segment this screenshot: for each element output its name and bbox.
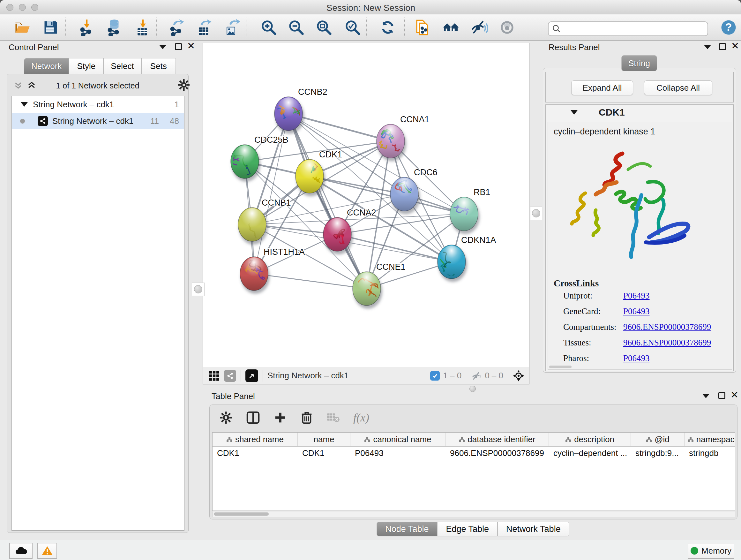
table-cell[interactable]: stringdb:9... <box>631 447 684 460</box>
table-cell[interactable]: CDK1 <box>298 447 350 460</box>
table-settings-gear-icon[interactable] <box>219 411 232 424</box>
tab-node-table[interactable]: Node Table <box>377 522 437 537</box>
network-edge-CCNB2-CCNE1[interactable] <box>288 114 367 289</box>
table-cell[interactable]: stringdb <box>684 447 735 460</box>
column-header-namespace[interactable]: namespace <box>684 433 735 446</box>
column-header-name[interactable]: name <box>298 433 350 446</box>
tab-sets[interactable]: Sets <box>141 58 176 74</box>
node-section-header[interactable]: CDK1 <box>546 105 733 120</box>
zoom-selected-icon[interactable] <box>344 18 361 37</box>
table-hscrollbar-thumb[interactable] <box>214 512 269 516</box>
panel-close-icon[interactable]: ✕ <box>731 43 739 50</box>
network-canvas[interactable]: CCNB2CCNA1CDC25BCDK1CDC6RB1CCNB1CCNA2CDK… <box>203 43 529 367</box>
zoom-fit-icon[interactable] <box>315 18 333 37</box>
hide-selected-eye-icon[interactable] <box>470 18 488 37</box>
network-node-HIST1H1A[interactable]: HIST1H1A <box>240 247 305 294</box>
cloud-status-button[interactable] <box>9 543 32 559</box>
table-hscrollbar[interactable] <box>212 511 735 517</box>
duplicate-network-icon[interactable] <box>414 18 431 37</box>
delete-column-trash-icon[interactable] <box>300 411 313 424</box>
network-node-CCNE1[interactable]: CCNE1 <box>353 262 406 309</box>
zoom-out-icon[interactable] <box>287 18 305 37</box>
search-input[interactable] <box>561 24 704 34</box>
export-image-icon[interactable] <box>223 18 241 37</box>
results-scrollbar-thumb[interactable] <box>549 366 571 368</box>
open-in-window-icon[interactable] <box>246 369 258 382</box>
delete-table-icon[interactable] <box>327 412 340 423</box>
hidden-eye-slash-icon[interactable] <box>471 370 482 381</box>
table-row[interactable]: CDK1CDK1P064939606.ENSP00000378699cyclin… <box>212 447 735 460</box>
panel-float-icon[interactable] <box>718 392 725 399</box>
show-hidden-eye-icon[interactable] <box>498 18 516 37</box>
network-edge-HIST1H1A-CCNE1[interactable] <box>254 273 367 289</box>
network-node-CCNB2[interactable]: CCNB2 <box>269 87 327 134</box>
import-network-database-icon[interactable] <box>105 18 123 37</box>
network-node-CCNA2[interactable]: CCNA2 <box>323 208 376 254</box>
crosslink-link[interactable]: 9606.ENSP00000378699 <box>623 338 711 348</box>
collapse-all-button[interactable]: Collapse All <box>644 80 712 95</box>
network-options-gear-icon[interactable] <box>178 78 190 91</box>
tab-network-table[interactable]: Network Table <box>497 522 569 537</box>
panel-close-icon[interactable]: ✕ <box>187 43 195 50</box>
column-header-canonicalname[interactable]: canonical name <box>350 433 446 446</box>
network-tree-root-row[interactable]: String Network – cdk1 1 <box>12 96 184 113</box>
column-header-sharedname[interactable]: shared name <box>212 433 298 446</box>
save-session-icon[interactable] <box>42 18 60 37</box>
tree-expander-icon[interactable] <box>21 102 28 107</box>
selected-checkbox-icon[interactable] <box>430 371 440 381</box>
tab-edge-table[interactable]: Edge Table <box>437 522 497 537</box>
panel-float-icon[interactable] <box>175 43 182 50</box>
network-node-RB1[interactable]: RB1 <box>450 187 490 234</box>
tab-select[interactable]: Select <box>104 58 141 74</box>
open-session-icon[interactable] <box>13 18 31 37</box>
network-node-CDC25B[interactable]: CDC25B <box>230 135 288 191</box>
right-splitter-handle[interactable] <box>530 206 542 220</box>
network-node-CDC6[interactable]: CDC6 <box>385 168 437 214</box>
expand-all-button[interactable]: Expand All <box>571 80 633 95</box>
network-tree-child-row[interactable]: String Network – cdk1 11 48 <box>12 113 184 129</box>
grid-view-icon[interactable] <box>209 370 219 381</box>
refresh-view-icon[interactable] <box>379 18 397 37</box>
network-edge-CCNA2-CDKN1A[interactable] <box>337 234 452 262</box>
column-header-databaseidentifier[interactable]: database identifier <box>446 433 549 446</box>
tab-style[interactable]: Style <box>69 58 104 74</box>
table-cell[interactable]: CDK1 <box>212 447 298 460</box>
panel-menu-icon[interactable] <box>702 394 710 398</box>
column-header-description[interactable]: description <box>549 433 631 446</box>
help-icon[interactable]: ? <box>720 18 738 37</box>
table-cell[interactable]: P06493 <box>350 447 446 460</box>
panel-float-icon[interactable] <box>719 43 726 50</box>
crosslink-link[interactable]: 9606.ENSP00000378699 <box>623 322 711 332</box>
crosslink-link[interactable]: P06493 <box>623 307 650 316</box>
crosslink-link[interactable]: P06493 <box>623 354 650 363</box>
tab-network[interactable]: Network <box>24 58 69 74</box>
cloud-icon <box>15 546 27 556</box>
section-expander-icon[interactable] <box>570 110 578 115</box>
panel-menu-icon[interactable] <box>159 45 166 49</box>
import-network-file-icon[interactable] <box>78 18 96 37</box>
warning-status-button[interactable] <box>37 543 57 559</box>
birds-eye-toggle-icon[interactable] <box>513 370 525 382</box>
export-network-icon[interactable] <box>168 18 186 37</box>
tab-string[interactable]: String <box>621 55 657 71</box>
crosslink-link[interactable]: P06493 <box>623 291 650 301</box>
memory-button[interactable]: Memory <box>688 543 734 559</box>
left-splitter-handle[interactable] <box>192 283 205 296</box>
function-builder-icon[interactable]: f(x) <box>353 411 369 424</box>
network-node-CCNA1[interactable]: CCNA1 <box>377 115 429 161</box>
show-columns-icon[interactable] <box>246 411 260 425</box>
table-cell[interactable]: cyclin–dependent ... <box>549 447 631 460</box>
search-box[interactable] <box>548 21 708 36</box>
zoom-in-icon[interactable] <box>260 18 278 37</box>
network-share-icon[interactable] <box>224 370 236 382</box>
panel-menu-icon[interactable] <box>704 45 711 49</box>
import-table-icon[interactable] <box>134 18 152 37</box>
add-column-icon[interactable] <box>273 411 287 424</box>
table-cell[interactable]: 9606.ENSP00000378699 <box>446 447 549 460</box>
home-neighbors-icon[interactable] <box>442 18 460 37</box>
column-header-id[interactable]: @id <box>631 433 684 446</box>
panel-close-icon[interactable]: ✕ <box>731 391 738 398</box>
export-table-icon[interactable] <box>195 18 213 37</box>
network-node-CDKN1A[interactable]: CDKN1A <box>435 235 496 282</box>
network-graph[interactable]: CCNB2CCNA1CDC25BCDK1CDC6RB1CCNB1CCNA2CDK… <box>203 43 529 367</box>
